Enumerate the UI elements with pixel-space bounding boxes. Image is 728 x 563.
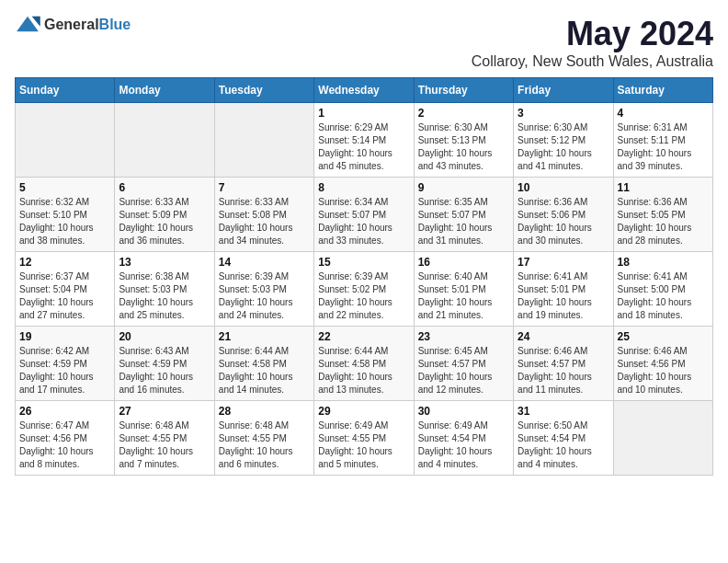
day-number: 6 (119, 181, 210, 194)
calendar-cell: 14Sunrise: 6:39 AM Sunset: 5:03 PM Dayli… (214, 252, 313, 327)
day-info: Sunrise: 6:47 AM Sunset: 4:56 PM Dayligh… (19, 419, 110, 471)
week-row-1: 1Sunrise: 6:29 AM Sunset: 5:14 PM Daylig… (16, 103, 713, 178)
calendar-table: SundayMondayTuesdayWednesdayThursdayFrid… (15, 77, 713, 476)
day-info: Sunrise: 6:48 AM Sunset: 4:55 PM Dayligh… (119, 419, 210, 471)
calendar-cell: 26Sunrise: 6:47 AM Sunset: 4:56 PM Dayli… (16, 401, 115, 476)
day-info: Sunrise: 6:31 AM Sunset: 5:11 PM Dayligh… (618, 121, 709, 173)
day-info: Sunrise: 6:46 AM Sunset: 4:57 PM Dayligh… (518, 345, 609, 396)
calendar-cell: 5Sunrise: 6:32 AM Sunset: 5:10 PM Daylig… (16, 178, 115, 252)
calendar-cell: 25Sunrise: 6:46 AM Sunset: 4:56 PM Dayli… (613, 327, 712, 401)
week-row-5: 26Sunrise: 6:47 AM Sunset: 4:56 PM Dayli… (16, 401, 713, 476)
day-info: Sunrise: 6:44 AM Sunset: 4:58 PM Dayligh… (219, 345, 310, 396)
calendar-cell: 30Sunrise: 6:49 AM Sunset: 4:54 PM Dayli… (414, 401, 513, 476)
day-number: 23 (418, 330, 509, 343)
day-number: 9 (418, 181, 509, 194)
day-number: 11 (618, 181, 709, 194)
calendar-cell: 6Sunrise: 6:33 AM Sunset: 5:09 PM Daylig… (115, 178, 214, 252)
day-info: Sunrise: 6:33 AM Sunset: 5:09 PM Dayligh… (119, 196, 210, 247)
day-info: Sunrise: 6:39 AM Sunset: 5:02 PM Dayligh… (318, 270, 409, 322)
day-number: 29 (318, 405, 409, 418)
day-number: 19 (19, 330, 110, 343)
column-header-tuesday: Tuesday (214, 78, 313, 103)
calendar-cell: 23Sunrise: 6:45 AM Sunset: 4:57 PM Dayli… (414, 327, 513, 401)
calendar-cell (115, 103, 214, 178)
calendar-cell: 1Sunrise: 6:29 AM Sunset: 5:14 PM Daylig… (314, 103, 414, 178)
main-title: May 2024 (472, 15, 713, 53)
day-number: 3 (518, 107, 609, 120)
day-info: Sunrise: 6:44 AM Sunset: 4:58 PM Dayligh… (318, 345, 409, 396)
title-area: May 2024 Collaroy, New South Wales, Aust… (472, 15, 713, 70)
column-header-wednesday: Wednesday (314, 78, 414, 103)
day-number: 12 (19, 256, 110, 269)
day-info: Sunrise: 6:36 AM Sunset: 5:05 PM Dayligh… (618, 196, 709, 247)
calendar-cell: 4Sunrise: 6:31 AM Sunset: 5:11 PM Daylig… (613, 103, 712, 178)
day-info: Sunrise: 6:29 AM Sunset: 5:14 PM Dayligh… (318, 121, 409, 173)
week-row-4: 19Sunrise: 6:42 AM Sunset: 4:59 PM Dayli… (16, 327, 713, 401)
column-header-thursday: Thursday (414, 78, 513, 103)
day-info: Sunrise: 6:35 AM Sunset: 5:07 PM Dayligh… (418, 196, 509, 247)
day-number: 13 (119, 256, 210, 269)
week-row-3: 12Sunrise: 6:37 AM Sunset: 5:04 PM Dayli… (16, 252, 713, 327)
logo-general: General (44, 17, 99, 32)
day-info: Sunrise: 6:32 AM Sunset: 5:10 PM Dayligh… (19, 196, 110, 247)
calendar-cell: 20Sunrise: 6:43 AM Sunset: 4:59 PM Dayli… (115, 327, 214, 401)
column-header-sunday: Sunday (16, 78, 115, 103)
logo-icon (15, 15, 40, 35)
calendar-cell: 18Sunrise: 6:41 AM Sunset: 5:00 PM Dayli… (613, 252, 712, 327)
day-number: 14 (219, 256, 310, 269)
logo-blue: Blue (99, 17, 131, 32)
day-number: 1 (318, 107, 409, 120)
column-header-monday: Monday (115, 78, 214, 103)
day-info: Sunrise: 6:41 AM Sunset: 5:00 PM Dayligh… (618, 270, 709, 322)
calendar-cell: 24Sunrise: 6:46 AM Sunset: 4:57 PM Dayli… (514, 327, 613, 401)
calendar-cell: 10Sunrise: 6:36 AM Sunset: 5:06 PM Dayli… (514, 178, 613, 252)
calendar-cell: 28Sunrise: 6:48 AM Sunset: 4:55 PM Dayli… (214, 401, 313, 476)
day-info: Sunrise: 6:34 AM Sunset: 5:07 PM Dayligh… (318, 196, 409, 247)
day-number: 7 (219, 181, 310, 194)
day-info: Sunrise: 6:49 AM Sunset: 4:54 PM Dayligh… (418, 419, 509, 471)
day-number: 10 (518, 181, 609, 194)
calendar-cell: 15Sunrise: 6:39 AM Sunset: 5:02 PM Dayli… (314, 252, 414, 327)
calendar-header-row: SundayMondayTuesdayWednesdayThursdayFrid… (16, 78, 713, 103)
day-number: 27 (119, 405, 210, 418)
day-number: 17 (518, 256, 609, 269)
day-info: Sunrise: 6:37 AM Sunset: 5:04 PM Dayligh… (19, 270, 110, 322)
calendar-cell: 21Sunrise: 6:44 AM Sunset: 4:58 PM Dayli… (214, 327, 313, 401)
week-row-2: 5Sunrise: 6:32 AM Sunset: 5:10 PM Daylig… (16, 178, 713, 252)
day-number: 16 (418, 256, 509, 269)
calendar-cell: 12Sunrise: 6:37 AM Sunset: 5:04 PM Dayli… (16, 252, 115, 327)
calendar-cell: 2Sunrise: 6:30 AM Sunset: 5:13 PM Daylig… (414, 103, 513, 178)
column-header-friday: Friday (514, 78, 613, 103)
header: GeneralBlue May 2024 Collaroy, New South… (15, 15, 713, 70)
day-info: Sunrise: 6:36 AM Sunset: 5:06 PM Dayligh… (518, 196, 609, 247)
day-info: Sunrise: 6:39 AM Sunset: 5:03 PM Dayligh… (219, 270, 310, 322)
calendar-cell: 27Sunrise: 6:48 AM Sunset: 4:55 PM Dayli… (115, 401, 214, 476)
day-number: 4 (618, 107, 709, 120)
day-info: Sunrise: 6:40 AM Sunset: 5:01 PM Dayligh… (418, 270, 509, 322)
calendar-cell: 16Sunrise: 6:40 AM Sunset: 5:01 PM Dayli… (414, 252, 513, 327)
calendar-cell: 22Sunrise: 6:44 AM Sunset: 4:58 PM Dayli… (314, 327, 414, 401)
day-info: Sunrise: 6:42 AM Sunset: 4:59 PM Dayligh… (19, 345, 110, 396)
calendar-cell: 8Sunrise: 6:34 AM Sunset: 5:07 PM Daylig… (314, 178, 414, 252)
day-info: Sunrise: 6:41 AM Sunset: 5:01 PM Dayligh… (518, 270, 609, 322)
day-number: 5 (19, 181, 110, 194)
calendar-cell: 31Sunrise: 6:50 AM Sunset: 4:54 PM Dayli… (514, 401, 613, 476)
day-number: 24 (518, 330, 609, 343)
day-number: 15 (318, 256, 409, 269)
day-number: 25 (618, 330, 709, 343)
day-number: 20 (119, 330, 210, 343)
day-number: 30 (418, 405, 509, 418)
day-info: Sunrise: 6:50 AM Sunset: 4:54 PM Dayligh… (518, 419, 609, 471)
day-number: 2 (418, 107, 509, 120)
day-number: 21 (219, 330, 310, 343)
calendar-cell (613, 401, 712, 476)
day-number: 22 (318, 330, 409, 343)
day-info: Sunrise: 6:38 AM Sunset: 5:03 PM Dayligh… (119, 270, 210, 322)
day-number: 31 (518, 405, 609, 418)
day-number: 26 (19, 405, 110, 418)
day-info: Sunrise: 6:43 AM Sunset: 4:59 PM Dayligh… (119, 345, 210, 396)
calendar-cell: 13Sunrise: 6:38 AM Sunset: 5:03 PM Dayli… (115, 252, 214, 327)
day-info: Sunrise: 6:46 AM Sunset: 4:56 PM Dayligh… (618, 345, 709, 396)
day-info: Sunrise: 6:45 AM Sunset: 4:57 PM Dayligh… (418, 345, 509, 396)
calendar-cell: 29Sunrise: 6:49 AM Sunset: 4:55 PM Dayli… (314, 401, 414, 476)
